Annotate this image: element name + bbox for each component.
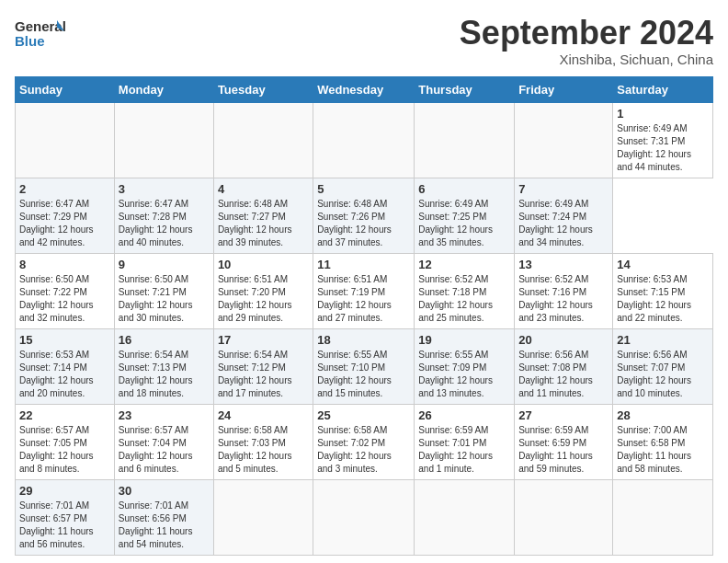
calendar-week-row: 15Sunrise: 6:53 AMSunset: 7:14 PMDayligh…	[16, 328, 713, 404]
calendar-day-cell: 14Sunrise: 6:53 AMSunset: 7:15 PMDayligh…	[613, 253, 713, 328]
calendar-week-row: 2Sunrise: 6:47 AMSunset: 7:29 PMDaylight…	[16, 178, 713, 253]
calendar-day-cell: 19Sunrise: 6:55 AMSunset: 7:09 PMDayligh…	[415, 328, 515, 404]
weekday-header: Saturday	[613, 76, 713, 102]
weekday-header: Sunday	[16, 76, 115, 102]
calendar-day-cell: 28Sunrise: 7:00 AMSunset: 6:58 PMDayligh…	[613, 404, 713, 479]
calendar-week-row: 22Sunrise: 6:57 AMSunset: 7:05 PMDayligh…	[16, 404, 713, 479]
calendar-day-cell: 9Sunrise: 6:50 AMSunset: 7:21 PMDaylight…	[114, 253, 213, 328]
calendar-day-cell: 27Sunrise: 6:59 AMSunset: 6:59 PMDayligh…	[515, 404, 613, 479]
calendar-day-cell: 16Sunrise: 6:54 AMSunset: 7:13 PMDayligh…	[114, 328, 213, 404]
calendar-week-row: 1Sunrise: 6:49 AMSunset: 7:31 PMDaylight…	[16, 102, 713, 178]
location-subtitle: Xinshiba, Sichuan, China	[460, 52, 713, 67]
weekday-header: Tuesday	[213, 76, 313, 102]
calendar-day-cell: 20Sunrise: 6:56 AMSunset: 7:08 PMDayligh…	[515, 328, 613, 404]
calendar-day-cell	[114, 102, 213, 178]
svg-text:Blue: Blue	[15, 33, 45, 49]
calendar-day-cell	[415, 102, 515, 178]
calendar-day-cell: 17Sunrise: 6:54 AMSunset: 7:12 PMDayligh…	[213, 328, 313, 404]
calendar-day-cell	[515, 102, 613, 178]
weekday-header: Wednesday	[313, 76, 415, 102]
calendar-day-cell: 6Sunrise: 6:49 AMSunset: 7:25 PMDaylight…	[415, 178, 515, 253]
calendar-day-cell: 18Sunrise: 6:55 AMSunset: 7:10 PMDayligh…	[313, 328, 415, 404]
weekday-header: Monday	[114, 76, 213, 102]
calendar-table: SundayMondayTuesdayWednesdayThursdayFrid…	[15, 76, 713, 556]
calendar-day-cell: 13Sunrise: 6:52 AMSunset: 7:16 PMDayligh…	[515, 253, 613, 328]
month-title: September 2024	[460, 15, 713, 52]
calendar-day-cell: 11Sunrise: 6:51 AMSunset: 7:19 PMDayligh…	[313, 253, 415, 328]
calendar-day-cell	[313, 102, 415, 178]
calendar-day-cell: 12Sunrise: 6:52 AMSunset: 7:18 PMDayligh…	[415, 253, 515, 328]
calendar-day-cell: 26Sunrise: 6:59 AMSunset: 7:01 PMDayligh…	[415, 404, 515, 479]
calendar-day-cell	[415, 479, 515, 555]
calendar-day-cell: 29Sunrise: 7:01 AMSunset: 6:57 PMDayligh…	[16, 479, 115, 555]
calendar-day-cell	[515, 479, 613, 555]
calendar-day-cell: 4Sunrise: 6:48 AMSunset: 7:27 PMDaylight…	[213, 178, 313, 253]
calendar-day-cell: 8Sunrise: 6:50 AMSunset: 7:22 PMDaylight…	[16, 253, 115, 328]
weekday-header: Thursday	[415, 76, 515, 102]
calendar-day-cell	[213, 102, 313, 178]
calendar-week-row: 8Sunrise: 6:50 AMSunset: 7:22 PMDaylight…	[16, 253, 713, 328]
calendar-day-cell: 1Sunrise: 6:49 AMSunset: 7:31 PMDaylight…	[613, 102, 713, 178]
calendar-day-cell: 2Sunrise: 6:47 AMSunset: 7:29 PMDaylight…	[16, 178, 115, 253]
calendar-day-cell: 22Sunrise: 6:57 AMSunset: 7:05 PMDayligh…	[16, 404, 115, 479]
calendar-day-cell: 23Sunrise: 6:57 AMSunset: 7:04 PMDayligh…	[114, 404, 213, 479]
calendar-day-cell: 21Sunrise: 6:56 AMSunset: 7:07 PMDayligh…	[613, 328, 713, 404]
calendar-day-cell	[16, 102, 115, 178]
calendar-day-cell	[613, 479, 713, 555]
title-block: September 2024 Xinshiba, Sichuan, China	[460, 15, 713, 67]
calendar-day-cell: 24Sunrise: 6:58 AMSunset: 7:03 PMDayligh…	[213, 404, 313, 479]
weekday-header: Friday	[515, 76, 613, 102]
page-header: General Blue September 2024 Xinshiba, Si…	[15, 15, 713, 67]
calendar-day-cell	[213, 479, 313, 555]
calendar-day-cell: 25Sunrise: 6:58 AMSunset: 7:02 PMDayligh…	[313, 404, 415, 479]
calendar-day-cell: 5Sunrise: 6:48 AMSunset: 7:26 PMDaylight…	[313, 178, 415, 253]
logo: General Blue	[15, 15, 70, 55]
calendar-day-cell: 3Sunrise: 6:47 AMSunset: 7:28 PMDaylight…	[114, 178, 213, 253]
calendar-day-cell: 10Sunrise: 6:51 AMSunset: 7:20 PMDayligh…	[213, 253, 313, 328]
calendar-day-cell: 7Sunrise: 6:49 AMSunset: 7:24 PMDaylight…	[515, 178, 613, 253]
calendar-day-cell	[313, 479, 415, 555]
calendar-week-row: 29Sunrise: 7:01 AMSunset: 6:57 PMDayligh…	[16, 479, 713, 555]
calendar-day-cell: 30Sunrise: 7:01 AMSunset: 6:56 PMDayligh…	[114, 479, 213, 555]
logo-svg: General Blue	[15, 15, 70, 55]
calendar-day-cell: 15Sunrise: 6:53 AMSunset: 7:14 PMDayligh…	[16, 328, 115, 404]
